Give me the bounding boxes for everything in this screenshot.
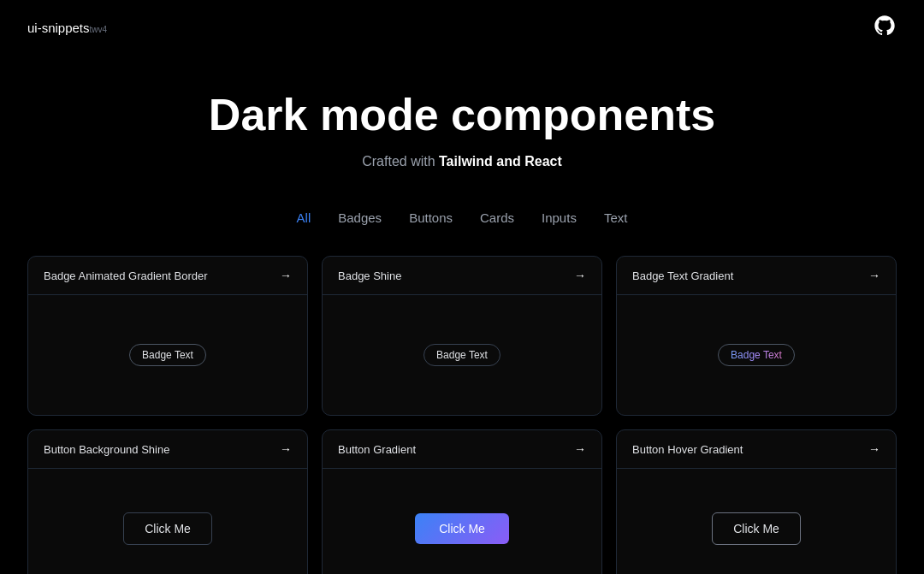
- hero-subtitle: Crafted with Tailwind and React: [17, 154, 907, 169]
- card-badge-text-gradient: Badge Text Gradient → Badge Text: [616, 256, 897, 416]
- card-preview: Click Me: [617, 469, 896, 574]
- card-title: Badge Shine: [338, 269, 401, 282]
- filter-tab-cards[interactable]: Cards: [480, 210, 514, 225]
- components-grid: Badge Animated Gradient Border → Badge T…: [0, 249, 924, 574]
- card-header: Button Gradient →: [323, 430, 601, 469]
- card-badge-animated: Badge Animated Gradient Border → Badge T…: [27, 256, 308, 416]
- hero-section: Dark mode components Crafted with Tailwi…: [0, 55, 924, 186]
- card-preview: Badge Text: [617, 295, 896, 415]
- card-header: Badge Animated Gradient Border →: [28, 257, 307, 295]
- filter-tabs: All Badges Buttons Cards Inputs Text: [0, 186, 924, 249]
- badge-animated: Badge Text: [129, 344, 206, 366]
- arrow-icon[interactable]: →: [280, 269, 292, 282]
- card-button-background-shine: Button Background Shine → Click Me: [27, 429, 308, 574]
- arrow-icon[interactable]: →: [868, 442, 880, 456]
- brand-name: ui-snippets: [27, 21, 90, 35]
- filter-tab-all[interactable]: All: [297, 210, 311, 225]
- button-gradient[interactable]: Click Me: [415, 513, 509, 544]
- card-header: Button Hover Gradient →: [617, 430, 896, 469]
- brand-logo[interactable]: ui-snippetstwv4: [27, 21, 107, 35]
- card-title: Button Gradient: [338, 443, 416, 456]
- github-icon: [873, 14, 897, 38]
- card-badge-shine: Badge Shine → Badge Text: [322, 256, 602, 416]
- card-preview: Badge Text: [323, 295, 601, 415]
- button-background-shine[interactable]: Click Me: [123, 512, 212, 545]
- card-header: Button Background Shine →: [28, 430, 307, 469]
- button-hover-gradient[interactable]: Click Me: [712, 512, 801, 545]
- hero-subtitle-plain: Crafted with: [362, 154, 439, 169]
- card-preview: Click Me: [323, 469, 601, 574]
- card-title: Button Background Shine: [44, 443, 169, 456]
- filter-tab-text[interactable]: Text: [604, 210, 628, 225]
- badge-shine: Badge Text: [424, 344, 500, 366]
- badge-text-gradient: Badge Text: [718, 344, 795, 366]
- arrow-icon[interactable]: →: [280, 442, 292, 456]
- card-title: Badge Text Gradient: [632, 269, 733, 282]
- filter-tab-inputs[interactable]: Inputs: [542, 210, 577, 225]
- navbar: ui-snippetstwv4: [0, 0, 924, 55]
- hero-title: Dark mode components: [17, 89, 907, 140]
- card-header: Badge Text Gradient →: [617, 257, 896, 295]
- card-button-gradient: Button Gradient → Click Me: [322, 429, 602, 574]
- arrow-icon[interactable]: →: [574, 442, 586, 456]
- card-preview: Badge Text: [28, 295, 307, 415]
- card-title: Badge Animated Gradient Border: [44, 269, 208, 282]
- brand-version: twv4: [90, 25, 108, 34]
- arrow-icon[interactable]: →: [868, 269, 880, 282]
- arrow-icon[interactable]: →: [574, 269, 586, 282]
- card-preview: Click Me: [28, 469, 307, 574]
- hero-subtitle-bold: Tailwind and React: [439, 154, 562, 169]
- card-title: Button Hover Gradient: [632, 443, 743, 456]
- filter-tab-buttons[interactable]: Buttons: [409, 210, 453, 225]
- filter-tab-badges[interactable]: Badges: [338, 210, 382, 225]
- github-link[interactable]: [873, 14, 897, 41]
- card-header: Badge Shine →: [323, 257, 601, 295]
- card-button-hover-gradient: Button Hover Gradient → Click Me: [616, 429, 897, 574]
